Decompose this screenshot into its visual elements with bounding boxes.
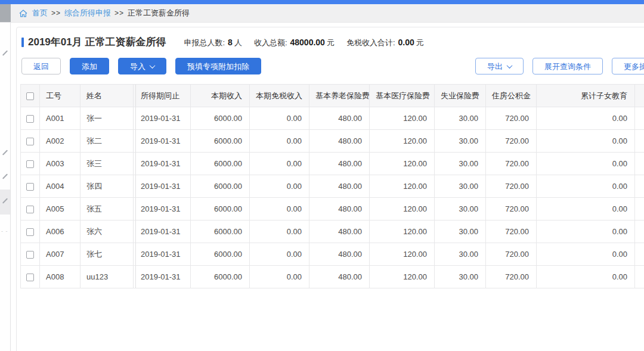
back-button[interactable]: 返回 bbox=[21, 58, 61, 74]
cell-period-end: 2019-01-31 bbox=[134, 153, 191, 175]
breadcrumb-declare-link[interactable]: 综合所得申报 bbox=[64, 8, 111, 18]
cell-employee-code: A006 bbox=[40, 220, 80, 243]
row-checkbox[interactable] bbox=[26, 115, 34, 123]
cell-medical: 120.00 bbox=[370, 220, 435, 243]
cell-child-education: 0.00 bbox=[537, 266, 635, 288]
col-header-unemployment: 失业保险费 bbox=[435, 85, 486, 107]
cell-name: 张四 bbox=[80, 175, 134, 198]
cell-tax-free-income: 0.00 bbox=[250, 243, 309, 266]
top-accent-bar bbox=[0, 0, 644, 4]
col-header-period-end: 所得期间止 bbox=[134, 85, 191, 107]
table-row[interactable]: A005 张五 2019-01-31 6000.00 0.00 480.00 1… bbox=[21, 198, 644, 220]
expand-query-button[interactable]: 展开查询条件 bbox=[532, 58, 603, 74]
prefill-special-deduction-button[interactable]: 预填专项附加扣除 bbox=[175, 58, 261, 74]
sidebar-chevron-icon[interactable] bbox=[2, 150, 8, 155]
breadcrumb-home-link[interactable]: 首页 bbox=[32, 8, 48, 18]
cell-tax-free-income: 0.00 bbox=[250, 266, 309, 288]
cell-period-end: 2019-01-31 bbox=[134, 107, 191, 130]
cell-child-education: 0.00 bbox=[537, 175, 635, 198]
sidebar-chevron-icon[interactable] bbox=[2, 50, 8, 55]
cell-housing-fund: 720.00 bbox=[486, 243, 537, 266]
table-row[interactable]: A003 张三 2019-01-31 6000.00 0.00 480.00 1… bbox=[21, 153, 644, 175]
cell-name: 张三 bbox=[80, 153, 134, 175]
table-body: A001 张一 2019-01-31 6000.00 0.00 480.00 1… bbox=[21, 107, 644, 288]
cell-name: uu123 bbox=[80, 266, 134, 288]
cell-pension: 480.00 bbox=[309, 175, 370, 198]
table-row[interactable]: A001 张一 2019-01-31 6000.00 0.00 480.00 1… bbox=[21, 107, 644, 130]
cell-filler bbox=[635, 153, 644, 175]
cell-filler bbox=[635, 175, 644, 198]
cell-medical: 120.00 bbox=[370, 153, 435, 175]
cell-pension: 480.00 bbox=[309, 198, 370, 220]
checkbox-cell bbox=[21, 198, 40, 220]
salary-table: 工号 姓名 所得期间止 本期收入 本期免税收入 基本养老保险费 基本医疗保险费 … bbox=[20, 84, 644, 288]
more-operations-button[interactable]: 更多操作 bbox=[612, 58, 644, 74]
cell-period-end: 2019-01-31 bbox=[134, 243, 191, 266]
cell-unemployment: 30.00 bbox=[435, 220, 486, 243]
breadcrumb: 首页 >> 综合所得申报 >> 正常工资薪金所得 bbox=[11, 4, 190, 22]
stat-total-people: 申报总人数:8人 bbox=[184, 38, 242, 48]
table-row[interactable]: A007 张七 2019-01-31 6000.00 0.00 480.00 1… bbox=[21, 243, 644, 266]
sidebar-top-block bbox=[0, 4, 11, 22]
sidebar-active-item[interactable] bbox=[0, 190, 10, 215]
select-all-checkbox[interactable] bbox=[26, 92, 34, 100]
cell-child-education: 0.00 bbox=[537, 153, 635, 175]
row-checkbox[interactable] bbox=[26, 160, 34, 168]
breadcrumb-bar: 首页 >> 综合所得申报 >> 正常工资薪金所得 bbox=[0, 4, 644, 23]
cell-housing-fund: 720.00 bbox=[486, 107, 537, 130]
cell-period-end: 2019-01-31 bbox=[134, 266, 191, 288]
table-row[interactable]: A002 张二 2019-01-31 6000.00 0.00 480.00 1… bbox=[21, 130, 644, 153]
checkbox-cell bbox=[21, 243, 40, 266]
cell-filler bbox=[635, 243, 644, 266]
cell-tax-free-income: 0.00 bbox=[250, 175, 309, 198]
collapsed-sidebar: - - bbox=[0, 23, 11, 351]
cell-pension: 480.00 bbox=[309, 153, 370, 175]
table-row[interactable]: A004 张四 2019-01-31 6000.00 0.00 480.00 1… bbox=[21, 175, 644, 198]
cell-name: 张六 bbox=[80, 220, 134, 243]
row-checkbox[interactable] bbox=[26, 183, 34, 191]
sidebar-chevron-icon[interactable] bbox=[2, 173, 8, 179]
breadcrumb-separator: >> bbox=[114, 9, 124, 17]
checkbox-cell bbox=[21, 220, 40, 243]
breadcrumb-separator: >> bbox=[51, 9, 61, 17]
cell-current-income: 6000.00 bbox=[191, 107, 250, 130]
import-button[interactable]: 导入 bbox=[118, 58, 166, 74]
cell-current-income: 6000.00 bbox=[191, 198, 250, 220]
cell-tax-free-income: 0.00 bbox=[250, 107, 309, 130]
cell-employee-code: A005 bbox=[40, 198, 80, 220]
cell-child-education: 0.00 bbox=[537, 130, 635, 153]
table-row[interactable]: A008 uu123 2019-01-31 6000.00 0.00 480.0… bbox=[21, 266, 644, 288]
export-button[interactable]: 导出 bbox=[475, 58, 524, 74]
cell-unemployment: 30.00 bbox=[435, 266, 486, 288]
stat-tax-free-total: 免税收入合计:0.00元 bbox=[346, 38, 424, 48]
checkbox-cell bbox=[21, 107, 40, 130]
toolbar: 返回 添加 导入 预填专项附加扣除 导出 展开查询条件 更多操作 bbox=[21, 58, 644, 74]
add-button[interactable]: 添加 bbox=[70, 58, 109, 74]
checkbox-cell bbox=[21, 153, 40, 175]
cell-child-education: 0.00 bbox=[537, 220, 635, 243]
cell-tax-free-income: 0.00 bbox=[250, 130, 309, 153]
cell-current-income: 6000.00 bbox=[191, 130, 250, 153]
table-row[interactable]: A006 张六 2019-01-31 6000.00 0.00 480.00 1… bbox=[21, 220, 644, 243]
page-title: 2019年01月 正常工资薪金所得 bbox=[28, 35, 166, 49]
cell-housing-fund: 720.00 bbox=[486, 175, 537, 198]
col-header-name: 姓名 bbox=[80, 85, 134, 107]
table-header-row: 工号 姓名 所得期间止 本期收入 本期免税收入 基本养老保险费 基本医疗保险费 … bbox=[21, 85, 644, 107]
cell-filler bbox=[635, 130, 644, 153]
cell-child-education: 0.00 bbox=[537, 243, 635, 266]
sidebar-ellipsis: - - bbox=[1, 228, 8, 234]
row-checkbox[interactable] bbox=[26, 228, 34, 236]
cell-medical: 120.00 bbox=[370, 107, 435, 130]
row-checkbox[interactable] bbox=[26, 251, 34, 259]
cell-employee-code: A008 bbox=[40, 266, 80, 288]
card-header: 2019年01月 正常工资薪金所得 申报总人数:8人 收入总额:48000.00… bbox=[21, 35, 644, 49]
cell-filler bbox=[635, 107, 644, 130]
cell-medical: 120.00 bbox=[370, 198, 435, 220]
cell-period-end: 2019-01-31 bbox=[134, 220, 191, 243]
cell-current-income: 6000.00 bbox=[191, 266, 250, 288]
toolbar-left-group: 返回 添加 导入 预填专项附加扣除 bbox=[21, 58, 261, 74]
row-checkbox[interactable] bbox=[26, 274, 34, 281]
cell-current-income: 6000.00 bbox=[191, 243, 250, 266]
row-checkbox[interactable] bbox=[26, 206, 34, 213]
row-checkbox[interactable] bbox=[26, 138, 34, 145]
